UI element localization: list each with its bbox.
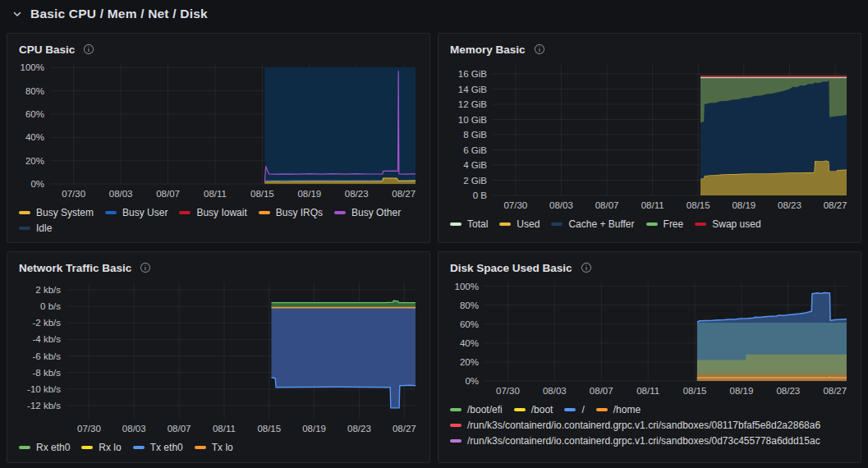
legend-label[interactable]: Free [664,218,684,230]
y-axis-tick-label: 12 GiB [458,99,487,109]
legend-swatch [81,446,93,449]
legend-label[interactable]: Idle [36,223,52,234]
x-axis-tick-label: 08/11 [636,386,659,396]
legend-item[interactable]: /run/k3s/containerd/io.containerd.grpc.v… [450,420,820,431]
legend-label[interactable]: Swap used [712,218,760,230]
panel-disk-title[interactable]: Disk Space Used Basic [450,262,572,274]
legend-item[interactable]: Free [646,218,684,230]
legend-item[interactable]: Total [450,218,488,230]
row-title[interactable]: Basic CPU / Mem / Net / Disk [30,7,208,21]
y-axis-tick-label: 4 GiB [463,160,487,170]
cpu-chart[interactable]: 0%20%40%60%80%100%07/3008/0308/0708/1108… [16,59,421,204]
x-axis-tick-label: 08/27 [823,386,847,396]
x-axis-tick-label: 08/11 [204,189,227,199]
legend-swatch [19,211,30,214]
legend-label[interactable]: /boot/efi [467,404,503,415]
x-axis-tick-label: 08/15 [250,189,274,199]
legend-swatch [19,446,30,449]
info-icon[interactable] [581,262,592,273]
panel-memory-title[interactable]: Memory Basic [450,44,526,56]
x-axis-tick-label: 08/11 [213,424,236,434]
legend-swatch [450,408,462,411]
y-axis-tick-label: 14 GiB [458,85,487,94]
y-axis-tick-label: 0 b/s [40,301,61,311]
y-axis-tick-label: 0 B [473,190,488,200]
legend-item[interactable]: /boot [514,404,553,415]
legend-label[interactable]: Rx eth0 [36,442,70,453]
x-axis-tick-label: 08/15 [683,386,707,396]
y-axis-tick-label: 80% [25,86,44,96]
x-axis-tick-label: 07/30 [496,386,520,396]
legend-label[interactable]: Busy Iowait [196,207,246,218]
y-axis-tick-label: 80% [460,301,479,310]
panel-network-title[interactable]: Network Traffic Basic [19,262,131,274]
legend-label[interactable]: Busy IRQs [276,207,323,218]
legend-swatch [695,223,706,226]
chevron-down-icon[interactable] [11,8,23,20]
y-axis-tick-label: -6 kb/s [32,351,61,361]
y-axis-tick-label: 2 GiB [463,176,487,186]
info-icon[interactable] [83,44,94,55]
legend-swatch [105,211,117,214]
legend-item[interactable]: /home [596,404,641,415]
legend-item[interactable]: Tx lo [195,442,233,453]
memory-chart[interactable]: 0 B2 GiB4 GiB6 GiB8 GiB10 GiB12 GiB14 Gi… [447,59,852,215]
legend-item[interactable]: Cache + Buffer [551,218,634,230]
info-icon[interactable] [140,262,151,273]
panel-grid: CPU Basic 0%20%40%60%80%100%07/3008/0308… [7,33,861,463]
legend-item[interactable]: Used [499,218,540,230]
x-axis-tick-label: 08/03 [122,424,146,434]
legend-item[interactable]: Rx eth0 [19,442,70,453]
legend-item[interactable]: Busy System [19,207,94,218]
legend-item[interactable]: Idle [19,223,52,234]
legend-label[interactable]: Cache + Buffer [568,218,634,230]
panel-memory: Memory Basic 0 B2 GiB4 GiB6 GiB8 GiB10 G… [438,33,861,243]
legend-label[interactable]: Busy User [122,207,168,218]
legend-label[interactable]: Total [467,218,488,230]
legend-item[interactable]: Busy User [105,207,168,218]
legend-swatch [499,223,511,226]
legend-swatch [334,211,346,214]
legend-label[interactable]: /boot [531,404,553,415]
legend-label[interactable]: / [581,404,584,415]
legend-label[interactable]: Tx eth0 [150,442,183,453]
x-axis-tick-label: 08/03 [109,189,133,199]
panel-cpu-title[interactable]: CPU Basic [19,44,75,56]
legend-item[interactable]: /boot/efi [450,404,503,415]
legend-label[interactable]: /run/k3s/containerd/io.containerd.grpc.v… [467,435,820,447]
y-axis-tick-label: 20% [25,156,44,166]
legend-item[interactable]: Busy Iowait [179,207,246,218]
dashboard-row-header[interactable]: Basic CPU / Mem / Net / Disk [0,0,868,28]
panel-network-header: Network Traffic Basic [16,258,421,278]
legend-item[interactable]: Busy Other [334,207,401,218]
legend-label[interactable]: /home [613,404,641,415]
panel-network: Network Traffic Basic 2 kb/s0 b/s-2 kb/s… [7,251,430,463]
legend-label[interactable]: Tx lo [212,442,233,453]
legend-item[interactable]: / [564,404,584,415]
legend-label[interactable]: Used [517,218,540,230]
info-icon[interactable] [534,44,545,55]
panel-memory-header: Memory Basic [447,39,852,59]
legend-item[interactable]: /run/k3s/containerd/io.containerd.grpc.v… [450,435,820,447]
network-chart[interactable]: 2 kb/s0 b/s-2 kb/s-4 kb/s-6 kb/s-8 kb/s-… [16,278,421,438]
x-axis-tick-label: 08/27 [824,200,847,210]
y-axis-tick-label: -2 kb/s [32,318,61,328]
legend-item[interactable]: Rx lo [81,442,121,453]
x-axis-tick-label: 08/07 [156,189,180,199]
legend-label[interactable]: Busy Other [351,207,401,218]
legend-swatch [596,408,608,411]
x-axis-tick-label: 08/19 [732,200,755,210]
x-axis-tick-label: 08/23 [345,189,369,199]
y-axis-tick-label: -8 kb/s [32,368,61,378]
legend-item[interactable]: Busy IRQs [259,207,323,218]
legend-swatch [646,223,658,226]
disk-legend: /boot/efi/boot//home/run/k3s/containerd/… [447,401,852,450]
x-axis-tick-label: 08/27 [393,424,416,434]
disk-chart[interactable]: 0%20%40%60%80%100%07/3008/0308/0708/1108… [447,278,852,401]
legend-item[interactable]: Tx eth0 [133,442,183,453]
legend-label[interactable]: Rx lo [99,442,121,453]
x-axis-tick-label: 08/23 [776,386,800,396]
legend-label[interactable]: Busy System [36,207,94,218]
legend-label[interactable]: /run/k3s/containerd/io.containerd.grpc.v… [467,420,820,431]
legend-item[interactable]: Swap used [695,218,760,230]
